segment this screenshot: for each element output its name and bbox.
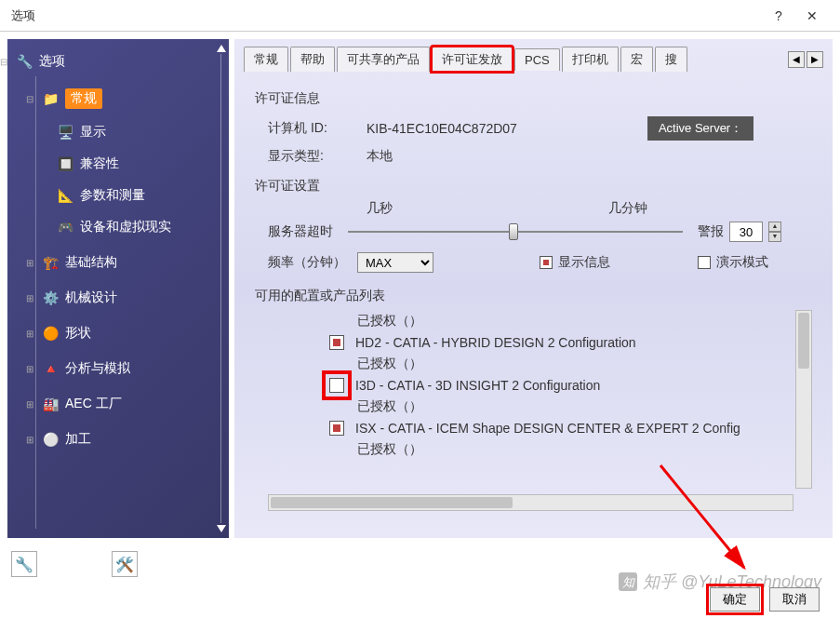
tree-analysis[interactable]: ⊞ 🔺 分析与模拟	[41, 357, 223, 380]
tree-root[interactable]: ⊟ 🔧 选项	[15, 50, 223, 73]
machining-icon: ⚪	[41, 431, 60, 448]
config-list-section: 可用的配置或产品列表	[255, 288, 812, 304]
tab-scroll-left[interactable]: ◀	[788, 51, 805, 68]
alarm-up[interactable]: ▲	[768, 222, 781, 232]
tabs-row: 常规 帮助 可共享的产品 许可证发放 PCS 打印机 宏 搜 ◀ ▶	[238, 43, 829, 72]
shape-icon: 🟠	[41, 325, 60, 342]
tree-compat[interactable]: 🔲 兼容性	[56, 153, 223, 175]
alarm-down[interactable]: ▼	[768, 232, 781, 242]
freq-select[interactable]: MAX	[357, 252, 433, 273]
titlebar: 选项 ? ✕	[0, 0, 840, 32]
tree-shape[interactable]: ⊞ 🟠 形状	[41, 322, 223, 344]
i3d-checkbox[interactable]	[329, 378, 344, 393]
tab-printer[interactable]: 打印机	[562, 47, 619, 72]
devices-icon: 🎮	[56, 219, 74, 235]
tool-icon-2[interactable]: 🛠️	[112, 551, 138, 577]
ok-button[interactable]: 确定	[710, 587, 760, 612]
tab-general[interactable]: 常规	[244, 47, 288, 72]
license-settings-section: 许可证设置	[255, 178, 812, 195]
tree-display[interactable]: 🖥️ 显示	[56, 121, 223, 143]
compat-icon: 🔲	[56, 155, 74, 172]
computer-id-value: KIB-41EC10E04C872D07	[367, 121, 517, 136]
tab-licensing[interactable]: 许可证发放	[432, 47, 513, 72]
config-vscroll[interactable]	[795, 310, 812, 489]
folder-icon: 📁	[41, 90, 60, 107]
active-server-button[interactable]: Active Server：	[647, 116, 753, 141]
tab-scroll-right[interactable]: ▶	[807, 51, 823, 68]
config-hd2[interactable]: HD2 - CATIA - HYBRID DESIGN 2 Configurat…	[255, 332, 793, 353]
config-i3d[interactable]: I3D - CATIA - 3D INSIGHT 2 Configuration	[255, 375, 793, 396]
tree-devices[interactable]: 🎮 设备和虚拟现实	[56, 216, 223, 238]
tool-icon-1[interactable]: 🔧	[11, 551, 37, 577]
license-info-section: 许可证信息	[255, 90, 812, 107]
tree-general[interactable]: ⊟ 📁 常规	[41, 86, 223, 112]
tree-aec[interactable]: ⊞ 🏭 AEC 工厂	[41, 393, 223, 415]
axis-seconds: 几秒	[367, 200, 608, 217]
server-timeout-label: 服务器超时	[268, 223, 333, 240]
options-tree: ⊟ 🔧 选项 ⊟ 📁 常规 🖥️ 显示 🔲 兼容性 📐 参数和测量 🎮	[7, 39, 229, 538]
alarm-label: 警报	[698, 223, 724, 240]
timeout-slider[interactable]	[348, 221, 683, 243]
show-info-checkbox[interactable]	[540, 256, 553, 269]
window-title: 选项	[11, 7, 762, 24]
help-button[interactable]: ?	[762, 8, 795, 23]
tab-shareable[interactable]: 可共享的产品	[337, 47, 430, 72]
freq-label: 频率（分钟）	[268, 254, 346, 271]
authorized-text: 已授权（）	[255, 310, 793, 332]
tree-params[interactable]: 📐 参数和测量	[56, 184, 223, 207]
tab-pcs[interactable]: PCS	[514, 48, 560, 71]
display-type-label: 显示类型:	[268, 148, 348, 165]
options-icon: 🔧	[15, 53, 33, 70]
cancel-button[interactable]: 取消	[769, 587, 820, 612]
close-button[interactable]: ✕	[795, 8, 829, 23]
config-isx[interactable]: ISX - CATIA - ICEM Shape DESIGN CENTER &…	[255, 418, 793, 438]
authorized-text: 已授权（）	[255, 438, 793, 461]
authorized-text: 已授权（）	[255, 396, 793, 418]
params-icon: 📐	[56, 187, 74, 204]
display-type-value: 本地	[367, 148, 393, 165]
display-icon: 🖥️	[56, 124, 74, 141]
demo-mode-label: 演示模式	[716, 254, 768, 271]
content-panel: 常规 帮助 可共享的产品 许可证发放 PCS 打印机 宏 搜 ◀ ▶ 许可证信息…	[234, 39, 833, 538]
tree-machining[interactable]: ⊞ ⚪ 加工	[41, 428, 223, 450]
tab-help[interactable]: 帮助	[290, 47, 335, 72]
isx-checkbox[interactable]	[329, 421, 344, 436]
axis-minutes: 几分钟	[608, 200, 647, 217]
aec-icon: 🏭	[41, 396, 60, 412]
show-info-label: 显示信息	[558, 254, 610, 271]
authorized-text: 已授权（）	[255, 353, 793, 375]
bottom-toolbar: 🔧 🛠️	[0, 545, 840, 583]
analysis-icon: 🔺	[41, 360, 60, 377]
computer-id-label: 计算机 ID:	[268, 120, 348, 137]
hd2-checkbox[interactable]	[329, 335, 344, 350]
alarm-input[interactable]	[729, 222, 763, 242]
tab-macro[interactable]: 宏	[620, 47, 653, 72]
infra-icon: 🏗️	[41, 254, 60, 271]
tree-infra[interactable]: ⊞ 🏗️ 基础结构	[41, 251, 223, 274]
tree-mech[interactable]: ⊞ ⚙️ 机械设计	[41, 287, 223, 309]
config-hscroll[interactable]	[268, 494, 793, 511]
mech-icon: ⚙️	[41, 289, 60, 306]
tab-search[interactable]: 搜	[655, 47, 687, 72]
demo-mode-checkbox[interactable]	[698, 256, 711, 269]
